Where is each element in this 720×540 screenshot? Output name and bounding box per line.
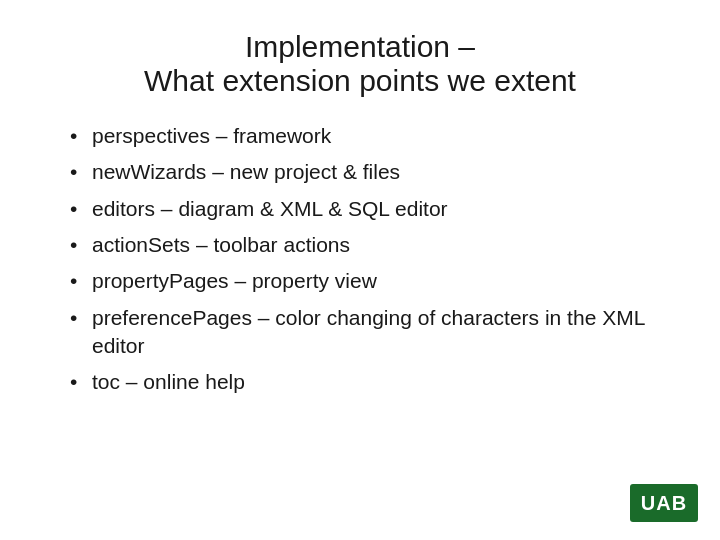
list-item: newWizards – new project & files (70, 158, 680, 186)
uab-logo: UAB (630, 484, 698, 522)
list-item: editors – diagram & XML & SQL editor (70, 195, 680, 223)
list-item: actionSets – toolbar actions (70, 231, 680, 259)
list-item: perspectives – framework (70, 122, 680, 150)
bullet-list: perspectives – framework newWizards – ne… (70, 122, 680, 405)
uab-logo-text: UAB (641, 492, 687, 515)
list-item: preferencePages – color changing of char… (70, 304, 680, 361)
list-item: toc – online help (70, 368, 680, 396)
slide: Implementation – What extension points w… (0, 0, 720, 540)
title-line1: Implementation – (40, 30, 680, 64)
title-line2: What extension points we extent (40, 64, 680, 98)
slide-title: Implementation – What extension points w… (40, 30, 680, 98)
list-item: propertyPages – property view (70, 267, 680, 295)
